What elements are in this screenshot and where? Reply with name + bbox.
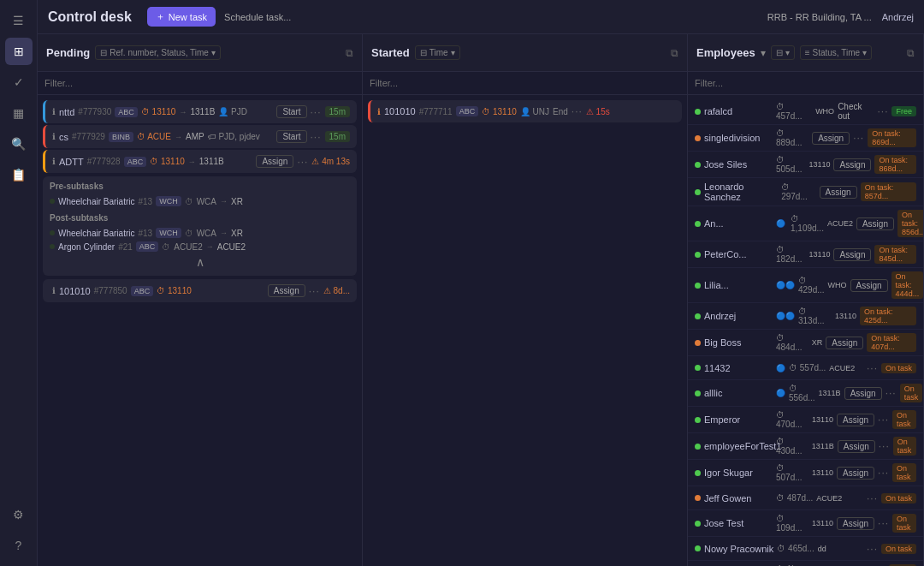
more-icon[interactable]: ··· (877, 105, 888, 117)
tasks-icon[interactable]: ✓ (5, 69, 33, 96)
assign-button[interactable]: Assign (850, 279, 888, 292)
list-item[interactable]: An... 🔵 ⏱ 1,109d... ACUE2 Assign On task… (688, 206, 923, 241)
started-search-input[interactable] (370, 78, 680, 88)
chevron-down-icon: ▾ (211, 48, 216, 57)
more-icon[interactable]: ··· (311, 106, 322, 118)
list-item[interactable]: Wheelchair Bariatric #13 WCH ⏱ WCA → XR (50, 194, 350, 208)
list-item[interactable]: Andrzej 🔵🔵 ⏱ 313d... 13110 On task: 425d… (688, 303, 923, 330)
badge-icon: 🔵 (776, 219, 785, 228)
list-item[interactable]: Jose Test ⏱ 109d... 13110 Assign ··· On … (688, 510, 923, 537)
chart-icon[interactable]: ▦ (5, 99, 33, 127)
assign-button[interactable]: Assign (844, 387, 882, 400)
status-dot (695, 221, 701, 227)
more-icon[interactable]: ··· (867, 543, 878, 555)
assign-button[interactable]: Assign (833, 248, 871, 261)
more-icon[interactable]: ··· (886, 387, 897, 399)
search-icon[interactable]: 🔍 (5, 130, 33, 158)
more-icon[interactable]: ··· (297, 156, 308, 168)
assign-button[interactable]: Assign (856, 217, 894, 230)
more-icon[interactable]: ··· (867, 362, 878, 374)
list-item[interactable]: employeeForTest1 ⏱ 430d... 1311B Assign … (688, 433, 923, 460)
assign-button[interactable]: Assign (820, 186, 857, 199)
copy-icon[interactable]: ⧉ (907, 47, 915, 59)
pending-filter-button[interactable]: ⊟ Ref. number, Status, Time ▾ (95, 45, 221, 60)
employees-sort-button[interactable]: ≡ Status, Time ▾ (800, 45, 872, 60)
book-icon[interactable]: 📋 (5, 161, 33, 188)
help-icon[interactable]: ? (5, 532, 33, 559)
chevron-down-icon[interactable]: ▾ (761, 47, 766, 59)
more-icon[interactable]: ··· (572, 105, 583, 117)
more-icon[interactable]: ··· (879, 440, 890, 452)
list-item[interactable]: alllic 🔵 ⏱ 556d... 1311B Assign ··· On t… (688, 380, 923, 407)
more-icon[interactable]: ··· (878, 467, 889, 479)
status-dot (695, 495, 701, 501)
subtasks-group: Pre-subtasks Wheelchair Bariatric #13 WC… (43, 176, 357, 276)
user-label[interactable]: Andrzej (882, 12, 914, 22)
copy-icon[interactable]: ⧉ (671, 47, 678, 59)
started-title: Started (371, 46, 410, 59)
assign-button[interactable]: Assign (833, 158, 871, 171)
employees-search-input[interactable] (695, 78, 916, 88)
assign-button[interactable]: Assign (837, 517, 874, 530)
subtask-dot (50, 244, 55, 249)
start-button[interactable]: Start (276, 130, 306, 143)
emp-actions: Assign ··· On task (838, 437, 916, 456)
assign-button[interactable]: Assign (837, 467, 874, 480)
assign-button[interactable]: Assign (256, 155, 293, 168)
column-started: Started ⊟ Time ▾ ⧉ ℹ 101010 (363, 34, 688, 566)
more-icon[interactable]: ··· (309, 285, 320, 297)
task-row[interactable]: ℹ cs #777929 BINB ⏱ ACUE → AMP 🏷 PJD, pj… (43, 125, 357, 148)
more-icon[interactable]: ··· (311, 131, 322, 143)
list-item[interactable]: Argon Cylinder #21 ABC ⏱ ACUE2 → ACUE2 (50, 240, 350, 253)
status-dot (695, 135, 701, 141)
employees-filter-button[interactable]: ⊟ ▾ (771, 45, 795, 60)
info-icon: ℹ (52, 132, 56, 141)
assign-button[interactable]: Assign (268, 284, 305, 297)
task-row[interactable]: ℹ 101010 #777850 ABC ⏱ 13110 Assign ··· … (43, 279, 357, 302)
list-item[interactable]: PeterCo... ⏱ 182d... 13110 Assign On tas… (688, 241, 923, 268)
assign-button[interactable]: Assign (837, 414, 874, 426)
more-icon[interactable]: ··· (878, 517, 889, 529)
more-icon[interactable]: ··· (878, 414, 889, 426)
list-item[interactable]: singledivision ⏱ 889d... Assign ··· On t… (688, 125, 923, 152)
schedule-task-button[interactable]: Schedule task... (224, 12, 291, 22)
start-button[interactable]: Start (276, 105, 306, 118)
new-task-button[interactable]: ＋ New task (147, 7, 216, 27)
home-icon[interactable]: ⊞ (5, 38, 33, 65)
filter-icon: ⊟ (420, 48, 427, 57)
started-filter-button[interactable]: ⊟ Time ▾ (415, 45, 460, 60)
assign-button[interactable]: Assign (838, 440, 875, 453)
list-item[interactable]: Jose Siles ⏱ 505d... 13110 Assign On tas… (688, 152, 923, 178)
list-item[interactable]: Nowy Pracownik ⏱ 465d... dd ··· On task (688, 537, 923, 561)
list-item[interactable]: Wheelchair Bariatric #13 WCH ⏱ WCA → XR (50, 226, 350, 240)
list-item[interactable]: Emperor ⏱ 470d... 13110 Assign ··· On ta… (688, 407, 923, 433)
list-item[interactable]: Leonardo Sanchez ⏱ 297d... Assign On tas… (688, 178, 923, 206)
status-dot (695, 109, 701, 115)
status-dot (695, 444, 701, 450)
task-row[interactable]: ℹ 101010 #777711 ABC ⏱ 13110 👤 UNJ End ·… (368, 100, 682, 122)
settings-icon[interactable]: ⚙ (5, 501, 33, 528)
task-row[interactable]: ℹ nttd #777930 ABC ⏱ 13110 → 1311B 👤 PJD… (43, 100, 357, 123)
column-employees: Employees ▾ ⊟ ▾ ≡ Status, Time ▾ ⧉ (688, 34, 924, 566)
assign-button[interactable]: Assign (826, 337, 863, 349)
list-item[interactable]: Big Boss ⏱ 484d... XR Assign On task: 40… (688, 330, 923, 356)
menu-icon[interactable]: ☰ (5, 7, 33, 34)
pending-search-input[interactable] (44, 78, 355, 88)
info-icon: ℹ (52, 286, 56, 295)
assign-button[interactable]: Assign (812, 132, 850, 145)
emp-actions: ··· On task (867, 362, 916, 374)
list-item[interactable]: Lilia... 🔵🔵 ⏱ 429d... WHO Assign On task… (688, 268, 923, 303)
task-row[interactable]: ℹ ADTT #777928 ABC ⏱ 13110 → 1311B Assig… (43, 150, 357, 173)
more-icon[interactable]: ··· (853, 132, 864, 144)
list-item[interactable]: Pawel Jedrasik ⏱ 1h 49m ATT Assign ··· O… (688, 561, 923, 566)
list-item[interactable]: Igor Skugar ⏱ 507d... 13110 Assign ··· O… (688, 460, 923, 486)
copy-icon[interactable]: ⧉ (346, 47, 353, 59)
list-item[interactable]: rafalcd ⏱ 457d... WHO Check out ··· Free (688, 98, 923, 125)
status-dot (695, 189, 701, 195)
employees-col-actions: ⧉ (907, 47, 915, 59)
list-item[interactable]: Jeff Gowen ⏱ 487d... ACUE2 ··· On task (688, 486, 923, 510)
list-item[interactable]: 11432 🔵 ⏱ 557d... ACUE2 ··· On task (688, 356, 923, 380)
emp-actions: Assign ··· On task (837, 514, 916, 533)
more-icon[interactable]: ··· (867, 492, 878, 504)
collapse-button[interactable]: ∧ (50, 253, 350, 271)
